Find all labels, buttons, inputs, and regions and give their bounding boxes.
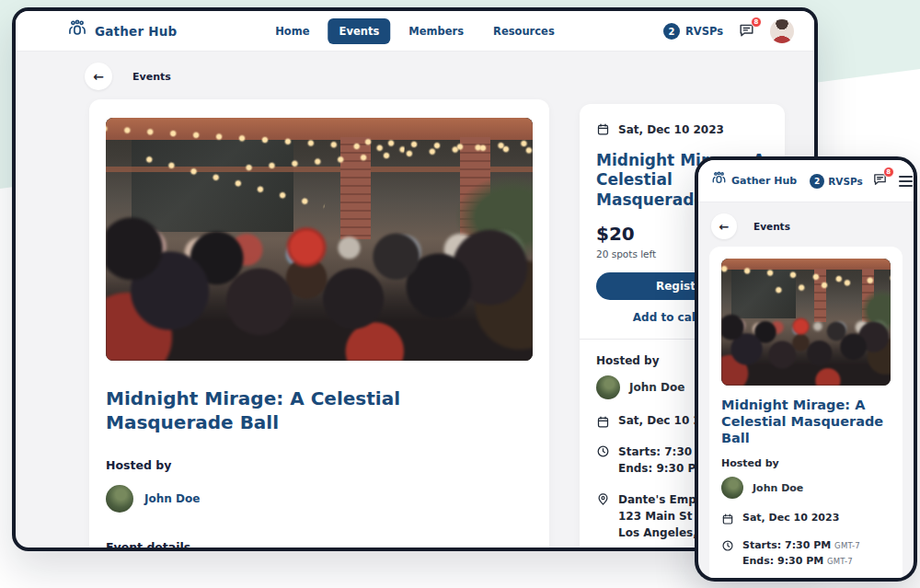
mobile-breadcrumb: ← Events	[711, 213, 790, 239]
calendar-icon	[596, 122, 610, 136]
gather-hub-logo-icon	[67, 19, 87, 43]
end-time: Ends: 9:30 PM	[742, 555, 823, 567]
host-avatar	[106, 485, 133, 513]
event-title-mobile: Midnight Mirage: A Celestial Masquerade …	[721, 397, 891, 446]
host-avatar-side	[596, 375, 620, 399]
mobile-chat-button[interactable]: 8	[872, 171, 888, 190]
address-line1: 123 Main St	[618, 510, 692, 523]
user-avatar[interactable]	[770, 19, 794, 43]
event-date: Sat, Dec 10 2023	[618, 123, 724, 136]
breadcrumb-label: Events	[132, 71, 171, 83]
clock-icon	[596, 444, 610, 458]
chat-button[interactable]: 8	[738, 21, 755, 42]
mobile-navbar: Gather Hub 2 RVSPs 8	[698, 160, 914, 202]
end-timezone: GMT-7	[827, 557, 853, 566]
event-date-row: Sat, Dec 10 2023	[596, 122, 768, 136]
calendar-icon	[721, 513, 734, 525]
nav-item-home[interactable]: Home	[264, 18, 320, 44]
breadcrumb: ← Events	[85, 63, 171, 90]
start-time: Starts: 7:30 PM	[742, 539, 831, 551]
brand-name: Gather Hub	[95, 24, 177, 39]
rsvp-label: RVSPs	[685, 25, 723, 38]
rsvp-label: RVSPs	[828, 176, 863, 187]
host-row-mobile[interactable]: John Doe	[721, 477, 891, 499]
hosted-by-label-mobile: Hosted by	[721, 457, 891, 469]
event-details-label: Event details	[106, 540, 533, 551]
host-name-side: John Doe	[629, 381, 684, 394]
nav-item-resources[interactable]: Resources	[482, 18, 566, 44]
hosted-by-label: Hosted by	[106, 458, 533, 472]
event-photo	[721, 259, 891, 386]
mobile-brand[interactable]: Gather Hub	[711, 171, 797, 190]
mobile-rsvp-counter[interactable]: 2 RVSPs	[810, 174, 863, 189]
nav-item-members[interactable]: Members	[397, 18, 475, 44]
start-timezone: GMT-7	[834, 541, 860, 550]
event-title: Midnight Mirage: A Celestial Masquerade …	[106, 386, 533, 434]
clock-icon	[721, 539, 734, 552]
event-detail-card: Midnight Mirage: A Celestial Masquerade …	[89, 99, 549, 551]
chat-notification-badge: 8	[883, 167, 894, 178]
host-name-mobile: John Doe	[753, 482, 803, 494]
back-button[interactable]: ←	[85, 63, 112, 90]
end-time: Ends: 9:30 PM	[618, 462, 707, 475]
brand[interactable]: Gather Hub	[67, 11, 177, 52]
event-photo	[106, 118, 533, 361]
chat-notification-badge: 8	[751, 17, 762, 28]
nav-item-events[interactable]: Events	[328, 18, 391, 44]
main-nav: Home Events Members Resources	[264, 11, 566, 52]
gather-hub-logo-icon	[711, 171, 727, 190]
location-pin-icon	[596, 492, 610, 506]
event-date-mobile: Sat, Dec 10 2023	[742, 512, 839, 525]
mobile-app-window: Gather Hub 2 RVSPs 8 ← Events	[695, 156, 917, 582]
rsvp-counter[interactable]: 2 RVSPs	[663, 23, 723, 40]
breadcrumb-label: Events	[753, 221, 790, 232]
host-name: John Doe	[144, 492, 200, 505]
calendar-icon	[596, 415, 610, 429]
host-row[interactable]: John Doe	[106, 485, 533, 513]
top-navbar: Gather Hub Home Events Members Resources…	[16, 11, 814, 52]
rsvp-count-badge: 2	[663, 23, 680, 40]
brand-name: Gather Hub	[731, 175, 797, 187]
time-row-mobile: Starts: 7:30 PM GMT-7 Ends: 9:30 PM GMT-…	[721, 538, 891, 569]
mobile-event-card: Midnight Mirage: A Celestial Masquerade …	[709, 247, 903, 582]
host-avatar-mobile	[721, 477, 743, 499]
navbar-right: 2 RVSPs 8	[663, 11, 794, 52]
hamburger-menu-icon[interactable]	[899, 176, 913, 187]
rsvp-count-badge: 2	[810, 174, 824, 189]
date-row-mobile: Sat, Dec 10 2023	[721, 512, 891, 525]
mobile-back-button[interactable]: ←	[711, 213, 737, 239]
